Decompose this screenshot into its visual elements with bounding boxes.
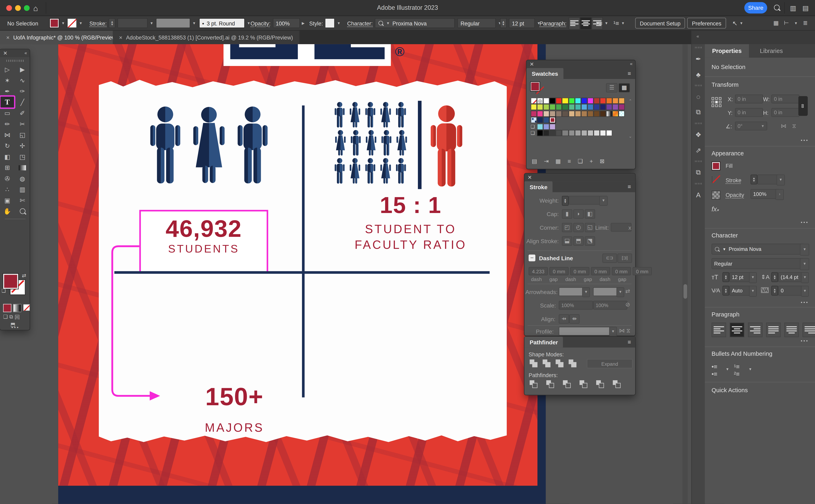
- chevron-down-icon[interactable]: ▼: [777, 175, 785, 186]
- swatch[interactable]: [606, 98, 613, 104]
- document-tab-active[interactable]: × UofA Infographic* @ 100 % (RGB/Preview…: [0, 31, 124, 44]
- font-size-field[interactable]: 12 pt: [509, 18, 535, 28]
- opacity-field[interactable]: 100%: [273, 18, 300, 28]
- canvas-vertical-scrollbar[interactable]: [682, 44, 688, 504]
- swatch-pattern-floral[interactable]: [531, 117, 537, 123]
- rotation-field[interactable]: 0°▼: [735, 122, 767, 130]
- close-panel-icon[interactable]: ✕: [530, 61, 534, 67]
- arrange-artboards-icon[interactable]: ⧉: [692, 165, 705, 180]
- hand-tool[interactable]: ✋: [1, 206, 14, 217]
- mesh-tool[interactable]: ⊞: [1, 162, 14, 173]
- align-inside-icon[interactable]: ⬒: [573, 236, 584, 246]
- new-swatch-icon[interactable]: +: [590, 158, 593, 165]
- panel-menu-icon[interactable]: ≡: [628, 339, 631, 345]
- dashed-line-checkbox[interactable]: –: [529, 255, 535, 261]
- align-right-button[interactable]: [748, 323, 762, 337]
- dash-value-field[interactable]: 4.233: [529, 267, 548, 275]
- swatch[interactable]: [600, 104, 606, 110]
- color-group-folder-icon[interactable]: ❏: [531, 130, 537, 136]
- swatch[interactable]: [569, 104, 575, 110]
- document-tab-inactive[interactable]: × AdobeStock_588138853 (1) [Converted].a…: [113, 31, 299, 44]
- font-family-select[interactable]: ▼Proxima Nova: [712, 244, 804, 255]
- h-field[interactable]: 0 in: [771, 108, 800, 117]
- swatch[interactable]: [543, 104, 550, 110]
- swatch[interactable]: [581, 98, 587, 104]
- swatch-kinds-icon[interactable]: ▦: [556, 158, 561, 165]
- panel-grip[interactable]: [6, 60, 24, 62]
- more-options[interactable]: •••: [801, 338, 809, 344]
- gradient-mode-button[interactable]: [13, 304, 21, 312]
- weight-stepper[interactable]: ▲▼: [562, 196, 569, 206]
- color-mode-button[interactable]: [3, 304, 11, 312]
- draw-inside-icon[interactable]: 回: [15, 314, 20, 321]
- swatch[interactable]: [562, 130, 569, 136]
- grid-view-icon[interactable]: ▦: [619, 83, 630, 92]
- dash-value-field[interactable]: 0 mm: [591, 267, 610, 275]
- default-fill-stroke-icon[interactable]: ❏: [2, 288, 6, 294]
- swatch[interactable]: [581, 130, 587, 136]
- cap-butt-icon[interactable]: ▮: [562, 209, 572, 219]
- pathfinder-trim-icon[interactable]: [546, 380, 554, 388]
- leading-stepper[interactable]: ▲▼: [771, 272, 778, 282]
- align-left-button[interactable]: [712, 323, 726, 337]
- swatch[interactable]: [594, 111, 600, 117]
- chevron-down-icon[interactable]: ▼: [150, 21, 153, 25]
- constrain-proportions-icon[interactable]: ∞: [798, 96, 808, 116]
- align-center-button[interactable]: [730, 323, 744, 337]
- swatch-registration[interactable]: ◎: [537, 98, 543, 104]
- font-style-select[interactable]: Regular: [712, 258, 804, 269]
- swatch[interactable]: [531, 104, 537, 110]
- bulleted-list-icon[interactable]: •≡: [597, 20, 603, 27]
- opacity-label[interactable]: Opacity:: [251, 20, 270, 26]
- chevron-down-icon[interactable]: ▼: [337, 21, 341, 25]
- stroke-tab[interactable]: Stroke: [525, 181, 553, 192]
- line-segment-tool[interactable]: ╱: [16, 97, 29, 108]
- stroke-weight-label[interactable]: Stroke:: [89, 20, 107, 26]
- new-color-group-icon[interactable]: ❏: [578, 158, 583, 165]
- tab-libraries[interactable]: Libraries: [753, 44, 790, 58]
- dash-preserve-icon[interactable]: ⊏⊐: [603, 254, 617, 263]
- swatch[interactable]: [543, 98, 550, 104]
- swatch[interactable]: [600, 130, 606, 136]
- direct-selection-tool[interactable]: ▶: [16, 64, 29, 75]
- magic-wand-tool[interactable]: ✶: [1, 75, 14, 86]
- perspective-grid-tool[interactable]: ◳: [16, 151, 29, 162]
- document-setup-button[interactable]: Document Setup: [635, 18, 685, 29]
- swatch[interactable]: [600, 111, 606, 117]
- opacity-icon[interactable]: [712, 191, 720, 199]
- swatch[interactable]: [556, 98, 562, 104]
- opacity-presets-icon[interactable]: ›: [775, 189, 784, 200]
- character-label[interactable]: Character:: [347, 20, 373, 26]
- swatch[interactable]: [550, 123, 556, 130]
- swatch-libraries-icon[interactable]: ▤: [532, 158, 537, 165]
- logo-box[interactable]: [223, 44, 391, 66]
- swatch[interactable]: [569, 98, 575, 104]
- font-style-select[interactable]: Regular: [458, 18, 496, 28]
- swatch[interactable]: [575, 130, 581, 136]
- swatch-pattern-transparent[interactable]: [619, 111, 625, 117]
- graphic-style-swatch[interactable]: [325, 18, 335, 28]
- swatch[interactable]: [537, 104, 543, 110]
- align-center-button[interactable]: [580, 17, 592, 29]
- eyedropper-tool[interactable]: ✇: [1, 173, 14, 184]
- swatch[interactable]: [537, 130, 543, 136]
- swatch-selected[interactable]: [550, 117, 556, 123]
- numbered-list-icon[interactable]: ¹≡: [614, 20, 619, 27]
- shape-mode-unite-icon[interactable]: [530, 359, 537, 367]
- chevron-down-icon[interactable]: ▼: [749, 272, 757, 283]
- swatch[interactable]: [613, 104, 619, 110]
- more-options[interactable]: •••: [801, 220, 809, 225]
- chevron-down-icon[interactable]: ▼: [801, 286, 809, 297]
- more-options[interactable]: •••: [801, 300, 809, 305]
- arrowhead-scale-end[interactable]: 100%: [593, 301, 627, 310]
- paintbrush-tool[interactable]: ✐: [16, 108, 29, 119]
- stroke-color-swatch[interactable]: [67, 18, 77, 28]
- chevron-down-icon[interactable]: ▼: [794, 21, 798, 25]
- chevron-down-icon[interactable]: ▼: [247, 21, 251, 25]
- swatch[interactable]: [594, 130, 600, 136]
- paragraph-label[interactable]: Paragraph:: [540, 20, 567, 26]
- search-icon[interactable]: [774, 5, 780, 11]
- x-field[interactable]: 0 in: [735, 94, 763, 103]
- rotate-tool[interactable]: ↻: [1, 140, 14, 151]
- swatch-gradient-gray[interactable]: [606, 111, 613, 117]
